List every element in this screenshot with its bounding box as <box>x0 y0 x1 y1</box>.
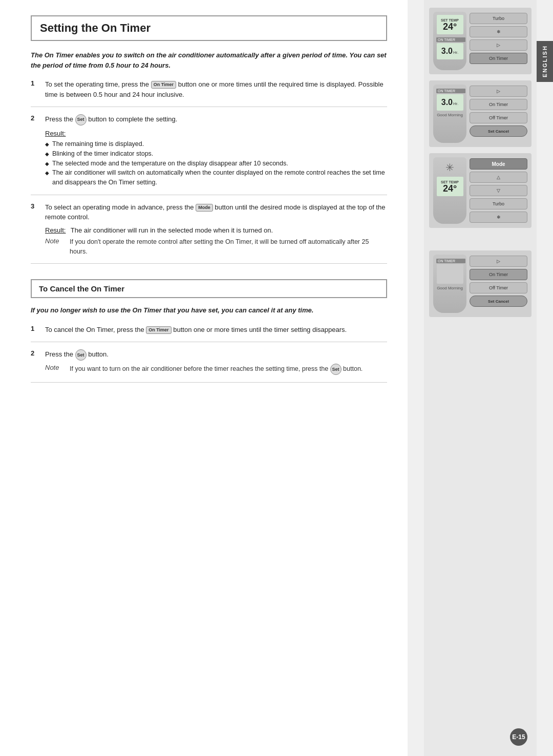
page-number: E-15 <box>510 728 527 746</box>
on-timer-indicator-2: ON TIMER <box>436 89 465 93</box>
main-content: Setting the On Timer The On Timer enable… <box>0 0 408 756</box>
section1-title: Setting the On Timer <box>40 22 378 35</box>
remote-card-3: ✳ SET TEMP 24° Mode △ ▽ Turbo ❄ <box>429 153 531 228</box>
step-2-number: 2 <box>31 114 39 187</box>
section1-intro: The On Timer enables you to switch on th… <box>31 50 387 70</box>
remote-card-2: ON TIMER 3.0 Hr. Good Morning ▷ On Timer… <box>429 80 531 147</box>
good-morning-label-4: Good Morning <box>437 286 463 290</box>
timer-display-4 <box>437 264 463 284</box>
step-3-content: To select an operating mode in advance, … <box>45 202 387 257</box>
cancel-step-2: 2 Press the Set button. Note If you want… <box>31 349 387 383</box>
cancel-step-1: 1 To cancel the On Timer, press the On T… <box>31 325 387 343</box>
on-timer-btn-1: On Timer <box>470 53 527 64</box>
cancel-step-1-text: To cancel the On Timer, press the On Tim… <box>45 325 387 335</box>
remote-right-1: Turbo ❄ ▷ On Timer <box>470 12 527 70</box>
note-text-1: If you don't operate the remote control … <box>70 237 387 257</box>
timer-unit-2: Hr. <box>453 101 458 106</box>
step-3-number: 3 <box>31 202 39 257</box>
side-tab-label: ENGLISH <box>542 46 548 78</box>
cancel-step-2-content: Press the Set button. Note If you want t… <box>45 349 387 375</box>
cancel-step-1-number: 1 <box>31 325 39 335</box>
section2-header: To Cancel the On Timer <box>31 279 387 298</box>
step-1: 1 To set the operating time, press the O… <box>31 79 387 107</box>
off-timer-btn-4: Off Timer <box>470 282 527 293</box>
up-btn-3: △ <box>470 172 527 183</box>
good-morning-label-2: Good Morning <box>437 113 463 117</box>
result-block-1: Result: The remaining time is displayed.… <box>45 130 387 187</box>
remote-left-3: ✳ SET TEMP 24° <box>433 157 466 224</box>
step-1-text: To set the operating time, press the On … <box>45 79 387 99</box>
set-btn-ref-2: Set <box>75 349 87 361</box>
arrow-btn-2: ▷ <box>470 86 527 97</box>
timer-display-2: 3.0 Hr. <box>437 94 463 111</box>
set-btn-ref-3: Set <box>330 364 342 375</box>
timer-val-2: 3.0 <box>441 98 453 107</box>
on-timer-btn-2: On Timer <box>470 99 527 110</box>
note-text-2: If you want to turn on the air condition… <box>70 364 363 375</box>
remote-card-4: ON TIMER Good Morning ▷ On Timer Off Tim… <box>429 250 531 317</box>
mode-btn-3: Mode <box>470 158 527 170</box>
cancel-step-1-content: To cancel the On Timer, press the On Tim… <box>45 325 387 335</box>
fan-btn-1: ❄ <box>470 26 527 37</box>
section2-wrapper: To Cancel the On Timer If you no longer … <box>31 279 387 383</box>
result-item-1: The remaining time is displayed. <box>45 139 387 149</box>
step-1-content: To set the operating time, press the On … <box>45 79 387 99</box>
arrow-btn-4: ▷ <box>470 256 527 267</box>
remote-display-3: SET TEMP 24° <box>437 177 463 196</box>
result-block-2: Result: The air conditioner will run in … <box>45 226 387 234</box>
set-cancel-btn-4: Set Cancel <box>470 296 527 307</box>
note-label-1: Note <box>45 237 65 257</box>
on-timer-section-2: ON TIMER 3.0 Hr. <box>434 89 465 112</box>
step-3-text: To select an operating mode in advance, … <box>45 202 387 222</box>
result-label-2: Result: <box>45 226 66 234</box>
result-item-2: Blinking of the timer indicator stops. <box>45 149 387 159</box>
result-text-2: The air conditioner will run in the sele… <box>71 226 273 234</box>
section1-header: Setting the On Timer <box>31 15 387 41</box>
step-2-text: Press the Set button to complete the set… <box>45 114 387 125</box>
result-item-4: The air conditioner will switch on autom… <box>45 168 387 187</box>
remote-right-3: Mode △ ▽ Turbo ❄ <box>470 157 527 224</box>
snowflake-icon-3: ✳ <box>445 161 454 174</box>
note-block-1: Note If you don't operate the remote con… <box>45 237 387 257</box>
on-timer-section-4: ON TIMER <box>434 259 465 285</box>
step-2: 2 Press the Set button to complete the s… <box>31 114 387 195</box>
on-timer-indicator-4: ON TIMER <box>436 259 465 263</box>
on-timer-btn-4: On Timer <box>470 269 527 280</box>
remote-left-4: ON TIMER Good Morning <box>433 255 466 313</box>
set-btn-ref-1: Set <box>75 114 87 125</box>
cancel-step-2-number: 2 <box>31 349 39 375</box>
turbo-btn-1: Turbo <box>470 13 527 24</box>
result-list-1: The remaining time is displayed. Blinkin… <box>45 139 387 187</box>
temp-val-1: 24° <box>443 22 457 31</box>
remote-right-4: ▷ On Timer Off Timer Set Cancel <box>470 255 527 313</box>
remote-card-1: SET TEMP 24° ON TIMER 3.0 Hr. Turbo ❄ ▷ <box>429 8 531 74</box>
remote-left-2: ON TIMER 3.0 Hr. Good Morning <box>433 85 466 143</box>
turbo-btn-3: Turbo <box>470 198 527 209</box>
remote-display-1: SET TEMP 24° <box>437 15 463 34</box>
on-timer-section-1: ON TIMER 3.0 Hr. <box>434 37 465 60</box>
side-tab: ENGLISH <box>537 41 553 82</box>
remote-left-1: SET TEMP 24° ON TIMER 3.0 Hr. <box>433 12 466 70</box>
cancel-step-2-text: Press the Set button. <box>45 349 387 361</box>
off-timer-btn-2: Off Timer <box>470 112 527 123</box>
on-timer-btn-ref-1: On Timer <box>151 81 176 89</box>
down-btn-3: ▽ <box>470 185 527 196</box>
note-label-2: Note <box>45 364 65 375</box>
timer-unit-1: Hr. <box>453 50 458 55</box>
page: ENGLISH Setting the On Timer The On Time… <box>0 0 553 756</box>
timer-display-1: 3.0 Hr. <box>437 43 463 59</box>
on-timer-btn-ref-2: On Timer <box>146 326 171 334</box>
section2-title: To Cancel the On Timer <box>31 279 387 298</box>
section2-intro: If you no longer wish to use the On Time… <box>31 305 387 316</box>
result-label-1: Result: <box>45 130 66 137</box>
step-3: 3 To select an operating mode in advance… <box>31 202 387 264</box>
arrow-btn-1: ▷ <box>470 39 527 51</box>
set-cancel-btn-2: Set Cancel <box>470 125 527 137</box>
spacer <box>429 234 531 244</box>
timer-val-1: 3.0 <box>441 47 453 56</box>
result-item-3: The selected mode and the temperature on… <box>45 159 387 169</box>
step-2-content: Press the Set button to complete the set… <box>45 114 387 187</box>
right-panel: SET TEMP 24° ON TIMER 3.0 Hr. Turbo ❄ ▷ <box>424 0 537 756</box>
mode-btn-ref: Mode <box>196 204 213 212</box>
on-timer-indicator-1: ON TIMER <box>436 37 465 42</box>
